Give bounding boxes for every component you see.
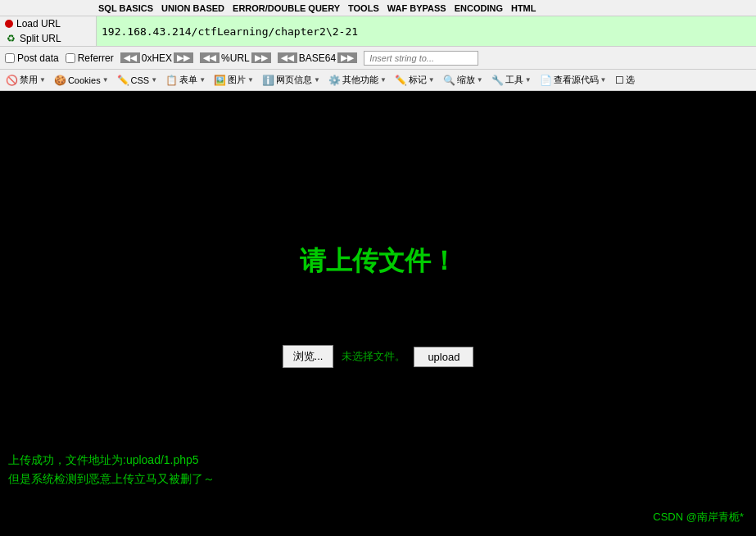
url-value: 192.168.43.214/ctfLearning/chapter2\2-21 bbox=[102, 25, 358, 38]
toolbar-cookies[interactable]: 🍪 Cookies ▼ bbox=[52, 74, 111, 87]
form-dropdown-arrow: ▼ bbox=[199, 76, 206, 84]
upload-button[interactable]: upload bbox=[414, 347, 473, 367]
other-icon: ⚙️ bbox=[328, 75, 341, 86]
form-icon: 📋 bbox=[165, 75, 178, 86]
other-dropdown-arrow: ▼ bbox=[380, 76, 387, 84]
toolbar-row: 🚫 禁用 ▼ 🍪 Cookies ▼ ✏️ CSS ▼ 📋 表单 ▼ 🖼️ 图片… bbox=[0, 69, 756, 90]
image-label: 图片 bbox=[228, 74, 246, 86]
load-url-icon bbox=[5, 20, 13, 28]
disable-icon: 🚫 bbox=[6, 75, 18, 86]
form-label: 表单 bbox=[179, 74, 197, 86]
base64-left-btn[interactable]: ◀◀ bbox=[278, 52, 297, 63]
post-data-checkbox[interactable]: Post data bbox=[5, 52, 59, 64]
load-url-label: Load URL bbox=[16, 18, 61, 30]
nav-item-tools[interactable]: TOOLS bbox=[348, 3, 379, 13]
zoom-dropdown-arrow: ▼ bbox=[477, 76, 483, 84]
source-label: 查看源代码 bbox=[554, 74, 599, 86]
zoom-icon: 🔍 bbox=[443, 75, 455, 86]
options-row: Post data Referrer ◀◀ 0xHEX ▶▶ ◀◀ %URL ▶… bbox=[0, 46, 756, 69]
source-dropdown-arrow: ▼ bbox=[600, 76, 607, 84]
source-icon: 📄 bbox=[540, 75, 552, 86]
pageinfo-icon: ℹ️ bbox=[262, 75, 274, 86]
upload-form: 浏览... 未选择文件。 upload bbox=[283, 345, 474, 368]
toolbar-image[interactable]: 🖼️ 图片 ▼ bbox=[211, 73, 256, 87]
nav-item-encoding[interactable]: ENCODING bbox=[455, 3, 503, 13]
select-icon: ☐ bbox=[615, 75, 624, 86]
disable-dropdown-arrow: ▼ bbox=[39, 76, 46, 84]
main-content: 请上传文件！ 浏览... 未选择文件。 upload 上传成功，文件地址为:up… bbox=[0, 91, 756, 536]
post-data-label: Post data bbox=[17, 52, 59, 64]
zoom-label: 缩放 bbox=[457, 74, 475, 86]
mark-icon: ✏️ bbox=[395, 75, 407, 86]
toolbar-form[interactable]: 📋 表单 ▼ bbox=[163, 73, 208, 87]
nav-item-waf[interactable]: WAF BYPASS bbox=[387, 3, 446, 13]
referrer-input[interactable] bbox=[66, 53, 75, 63]
base64-label: BASE64 bbox=[299, 52, 336, 64]
css-label: CSS bbox=[131, 75, 150, 85]
split-url-label: Split URL bbox=[20, 33, 61, 44]
url-display[interactable]: 192.168.43.214/ctfLearning/chapter2\2-21 bbox=[97, 16, 756, 46]
insert-string-field[interactable] bbox=[364, 51, 478, 66]
nav-item-html[interactable]: HTML bbox=[511, 3, 536, 13]
image-icon: 🖼️ bbox=[214, 75, 226, 86]
hex-left-btn[interactable]: ◀◀ bbox=[120, 52, 140, 63]
status-line2: 但是系统检测到恶意上传立马又被删了～ bbox=[8, 470, 215, 488]
tools-dropdown-arrow: ▼ bbox=[525, 76, 532, 84]
toolbar-other[interactable]: ⚙️ 其他功能 ▼ bbox=[326, 73, 389, 87]
disable-label: 禁用 bbox=[20, 74, 38, 86]
pageinfo-dropdown-arrow: ▼ bbox=[314, 76, 320, 84]
base64-group: ◀◀ BASE64 ▶▶ bbox=[278, 52, 357, 64]
referrer-checkbox[interactable]: Referrer bbox=[66, 52, 114, 64]
url-left-btn[interactable]: ◀◀ bbox=[200, 52, 220, 63]
upload-title: 请上传文件！ bbox=[300, 243, 457, 279]
css-icon: ✏️ bbox=[117, 75, 129, 86]
file-placeholder-label: 未选择文件。 bbox=[342, 349, 405, 364]
nav-item-error[interactable]: ERROR/DOUBLE QUERY bbox=[233, 3, 340, 13]
url-row: Load URL ♻ Split URL ▶ Execute 192.168.4… bbox=[0, 16, 756, 46]
top-bar: SQL BASICS UNION BASED ERROR/DOUBLE QUER… bbox=[0, 0, 756, 91]
referrer-label: Referrer bbox=[78, 52, 114, 64]
toolbar-select[interactable]: ☐ 选 bbox=[613, 73, 637, 87]
load-url-button[interactable]: Load URL bbox=[0, 16, 96, 31]
select-label: 选 bbox=[626, 74, 635, 86]
browse-button[interactable]: 浏览... bbox=[283, 345, 334, 368]
watermark: CSDN @南岸青栀* bbox=[653, 510, 744, 525]
hex-group: ◀◀ 0xHEX ▶▶ bbox=[120, 52, 193, 64]
toolbar-tools[interactable]: 🔧 工具 ▼ bbox=[489, 73, 534, 87]
hex-label: 0xHEX bbox=[142, 52, 172, 64]
css-dropdown-arrow: ▼ bbox=[151, 76, 157, 84]
nav-menu: SQL BASICS UNION BASED ERROR/DOUBLE QUER… bbox=[0, 0, 756, 16]
url-encode-label: %URL bbox=[221, 52, 250, 64]
toolbar-zoom[interactable]: 🔍 缩放 ▼ bbox=[441, 73, 486, 87]
toolbar-pageinfo[interactable]: ℹ️ 网页信息 ▼ bbox=[260, 73, 323, 87]
toolbar-disable[interactable]: 🚫 禁用 ▼ bbox=[3, 73, 48, 87]
url-right-btn[interactable]: ▶▶ bbox=[251, 52, 271, 63]
tools-label: 工具 bbox=[505, 74, 523, 86]
split-url-icon: ♻ bbox=[5, 33, 16, 44]
sidebar-buttons: Load URL ♻ Split URL ▶ Execute bbox=[0, 16, 97, 46]
status-text: 上传成功，文件地址为:upload/1.php5 但是系统检测到恶意上传立马又被… bbox=[8, 451, 215, 488]
nav-item-sql-basics[interactable]: SQL BASICS bbox=[98, 3, 153, 13]
hex-right-btn[interactable]: ▶▶ bbox=[174, 52, 193, 63]
split-url-button[interactable]: ♻ Split URL bbox=[0, 31, 96, 46]
post-data-input[interactable] bbox=[5, 53, 15, 63]
cookies-dropdown-arrow: ▼ bbox=[102, 76, 109, 84]
toolbar-mark[interactable]: ✏️ 标记 ▼ bbox=[392, 73, 437, 87]
base64-right-btn[interactable]: ▶▶ bbox=[337, 52, 357, 63]
cookies-label: Cookies bbox=[68, 75, 101, 85]
status-line1: 上传成功，文件地址为:upload/1.php5 bbox=[8, 451, 215, 469]
pageinfo-label: 网页信息 bbox=[276, 74, 312, 86]
mark-label: 标记 bbox=[409, 74, 427, 86]
toolbar-source[interactable]: 📄 查看源代码 ▼ bbox=[537, 73, 609, 87]
image-dropdown-arrow: ▼ bbox=[247, 76, 254, 84]
mark-dropdown-arrow: ▼ bbox=[428, 76, 435, 84]
cookies-icon: 🍪 bbox=[54, 75, 66, 86]
nav-item-union[interactable]: UNION BASED bbox=[161, 3, 224, 13]
tools-icon: 🔧 bbox=[491, 75, 504, 86]
url-group: ◀◀ %URL ▶▶ bbox=[200, 52, 271, 64]
toolbar-css[interactable]: ✏️ CSS ▼ bbox=[115, 74, 161, 87]
other-label: 其他功能 bbox=[342, 74, 378, 86]
